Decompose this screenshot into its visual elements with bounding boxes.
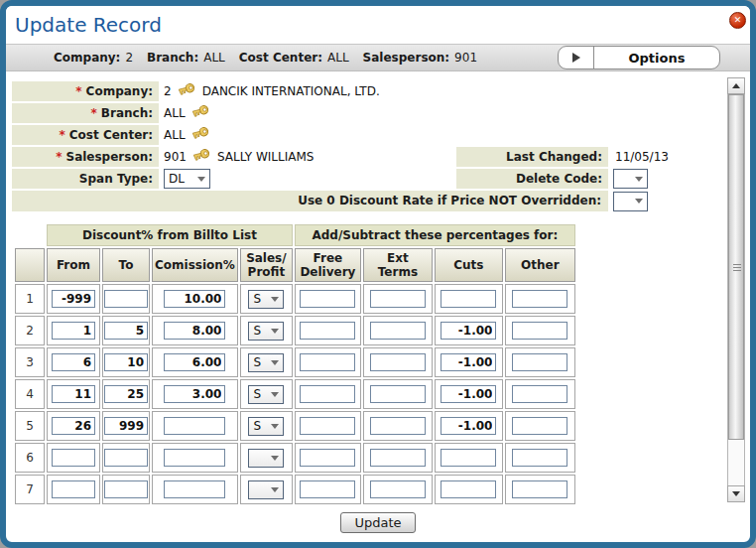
ext-terms-input[interactable] [370,353,426,371]
from-input[interactable] [52,417,95,435]
row-number: 4 [15,379,45,409]
cost-center-row: *Cost Center: ALL [12,125,750,145]
scroll-down-button[interactable] [727,485,745,502]
free-delivery-input[interactable] [300,290,355,308]
to-input[interactable] [104,322,148,340]
scroll-up-button[interactable] [727,77,745,94]
sales-profit-select[interactable]: S [248,353,284,372]
comission-input[interactable] [164,480,225,498]
options-expand-icon[interactable] [559,47,594,68]
dropdown-arrow-icon [197,177,205,182]
cuts-input[interactable] [441,417,496,435]
other-input[interactable] [512,480,567,498]
options-button[interactable]: Options [558,46,720,69]
company-row: *Company: 2 DANCIK INTERNATIONAL, LTD. [12,81,750,101]
free-delivery-input[interactable] [300,449,355,467]
cuts-input[interactable] [441,449,496,467]
free-delivery-input[interactable] [300,322,355,340]
key-icon[interactable] [190,103,210,122]
close-icon[interactable]: ✕ [729,12,746,29]
update-button[interactable]: Update [340,512,415,533]
comission-input[interactable] [164,385,225,403]
dropdown-arrow-icon [271,424,279,429]
other-input[interactable] [512,353,567,371]
comission-input[interactable] [164,322,225,340]
sales-profit-select[interactable] [248,480,284,499]
comission-input[interactable] [164,290,225,308]
from-input[interactable] [52,480,95,498]
span-type-select[interactable]: DL [164,169,210,189]
other-input[interactable] [512,385,567,403]
vertical-scrollbar[interactable] [727,77,745,502]
from-input[interactable] [52,449,95,467]
cuts-input[interactable] [441,290,496,308]
page-title: Update Record [15,13,162,37]
branch-value-area: ALL [159,106,209,120]
from-input[interactable] [52,385,95,403]
dropdown-arrow-icon [635,177,643,182]
other-input[interactable] [512,322,567,340]
sales-profit-select[interactable]: S [248,290,284,309]
cost-center-value-area: ALL [159,128,209,142]
to-input[interactable] [104,449,148,467]
record-summary-bar: Company:2 Branch:ALL Cost Center:ALL Sal… [6,44,750,71]
delete-code-label: Delete Code: [456,169,608,189]
col-header-ext-terms: Ext Terms [363,248,433,282]
footer: Update [6,512,750,533]
cuts-input[interactable] [441,353,496,371]
comission-input[interactable] [164,353,225,371]
ext-terms-input[interactable] [370,322,426,340]
cuts-input[interactable] [441,322,496,340]
key-icon[interactable] [177,81,196,100]
delete-code-select[interactable] [613,169,648,189]
scrollbar-thumb[interactable] [728,94,744,440]
sales-profit-select[interactable]: S [248,322,284,341]
cuts-input[interactable] [441,385,496,403]
cost-center-label: *Cost Center: [12,125,159,145]
col-header-to: To [102,248,150,282]
from-input[interactable] [52,353,95,371]
scrollbar-track[interactable] [727,94,745,485]
sales-profit-select[interactable] [248,449,284,468]
last-changed-row: Last Changed: 11/05/13 [456,147,669,167]
use-zero-discount-label: Use 0 Discount Rate if Price NOT Overrid… [12,191,608,211]
ext-terms-input[interactable] [370,480,426,498]
from-input[interactable] [52,322,95,340]
other-input[interactable] [512,417,567,435]
from-input[interactable] [52,290,95,308]
sales-profit-select[interactable]: S [248,385,284,404]
ext-terms-input[interactable] [370,385,426,403]
sales-profit-select[interactable]: S [248,417,284,436]
ext-terms-input[interactable] [370,290,426,308]
to-input[interactable] [104,353,148,371]
to-input[interactable] [104,290,148,308]
use-zero-discount-row: Use 0 Discount Rate if Price NOT Overrid… [12,191,750,211]
other-input[interactable] [512,449,567,467]
to-input[interactable] [104,480,148,498]
free-delivery-input[interactable] [300,385,355,403]
col-header-comission: Comission% [152,248,238,282]
dropdown-arrow-icon [271,297,279,302]
dropdown-arrow-icon [635,199,643,204]
key-icon[interactable] [190,125,210,144]
update-record-dialog: Update Record ✕ Company:2 Branch:ALL Cos… [0,0,756,548]
free-delivery-input[interactable] [300,353,355,371]
last-changed-value: 11/05/13 [608,150,669,164]
salesperson-value: 901 [164,150,187,164]
options-button-label: Options [594,51,719,66]
free-delivery-input[interactable] [300,417,355,435]
to-input[interactable] [104,417,148,435]
comission-input[interactable] [164,417,225,435]
ext-terms-input[interactable] [370,417,426,435]
to-input[interactable] [104,385,148,403]
cuts-input[interactable] [441,480,496,498]
comission-input[interactable] [164,449,225,467]
key-icon[interactable] [191,147,211,166]
ext-terms-input[interactable] [370,449,426,467]
use-zero-discount-select[interactable] [613,192,648,211]
other-input[interactable] [512,290,567,308]
free-delivery-input[interactable] [300,480,355,498]
scroll-up-icon [732,83,740,88]
last-changed-label: Last Changed: [456,147,608,167]
branch-label: *Branch: [12,103,159,123]
